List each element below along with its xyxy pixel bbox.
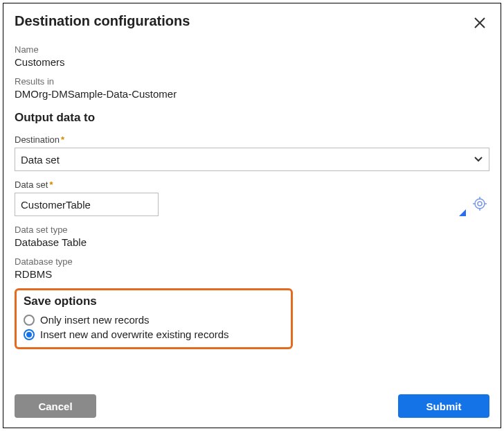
resize-handle-icon	[459, 209, 466, 216]
radio-insert-overwrite-label: Insert new and overwrite existing record…	[40, 328, 229, 340]
save-options-heading: Save options	[24, 294, 284, 308]
radio-icon	[24, 329, 35, 340]
required-star-icon: *	[49, 179, 53, 190]
dialog-title: Destination configurations	[15, 13, 190, 29]
destination-label-text: Destination	[15, 134, 60, 145]
dataset-input[interactable]	[15, 193, 159, 216]
required-star-icon: *	[61, 134, 64, 145]
dialog-footer: Cancel Submit	[15, 385, 489, 418]
submit-button[interactable]: Submit	[398, 394, 489, 418]
database-type-label: Database type	[15, 256, 489, 267]
destination-select-wrap: Data set	[15, 148, 489, 171]
dialog-header: Destination configurations	[15, 13, 489, 40]
database-type-value: RDBMS	[15, 268, 489, 280]
close-icon[interactable]	[470, 13, 489, 35]
dataset-label-text: Data set	[15, 179, 48, 190]
save-options-highlight: Save options Only insert new records Ins…	[15, 288, 293, 349]
name-value: Customers	[15, 56, 489, 68]
destination-configurations-dialog: Destination configurations Name Customer…	[3, 3, 501, 428]
output-data-to-heading: Output data to	[15, 111, 489, 125]
dataset-input-wrap	[15, 193, 466, 216]
results-in-value: DMOrg-DMSample-Data-Customer	[15, 88, 489, 100]
svg-point-0	[475, 199, 485, 209]
name-label: Name	[15, 44, 489, 55]
dataset-input-row	[15, 193, 489, 216]
dataset-label: Data set*	[15, 179, 489, 190]
radio-insert-overwrite[interactable]: Insert new and overwrite existing record…	[24, 328, 284, 340]
dataset-type-value: Database Table	[15, 236, 489, 248]
radio-only-insert-label: Only insert new records	[40, 314, 150, 326]
dataset-type-label: Data set type	[15, 225, 489, 235]
results-in-label: Results in	[15, 76, 489, 87]
svg-point-1	[478, 202, 482, 206]
destination-label: Destination*	[15, 134, 489, 145]
target-icon[interactable]	[470, 194, 489, 216]
radio-only-insert[interactable]: Only insert new records	[24, 314, 284, 326]
cancel-button[interactable]: Cancel	[15, 394, 96, 418]
radio-icon	[24, 315, 35, 326]
destination-select[interactable]: Data set	[15, 148, 489, 171]
